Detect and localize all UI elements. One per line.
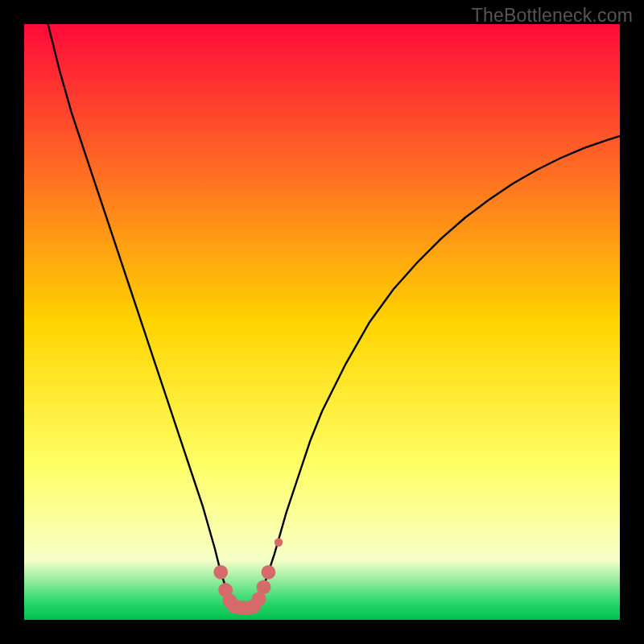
highlight-marker [213,565,228,580]
highlight-marker [257,580,271,594]
chart-frame: TheBottleneck.com [0,0,644,644]
chart-svg [24,24,620,620]
highlight-marker [275,539,283,547]
plot-area [24,24,620,620]
gradient-background [24,24,620,620]
watermark-text: TheBottleneck.com [472,5,633,27]
highlight-marker [262,565,276,580]
